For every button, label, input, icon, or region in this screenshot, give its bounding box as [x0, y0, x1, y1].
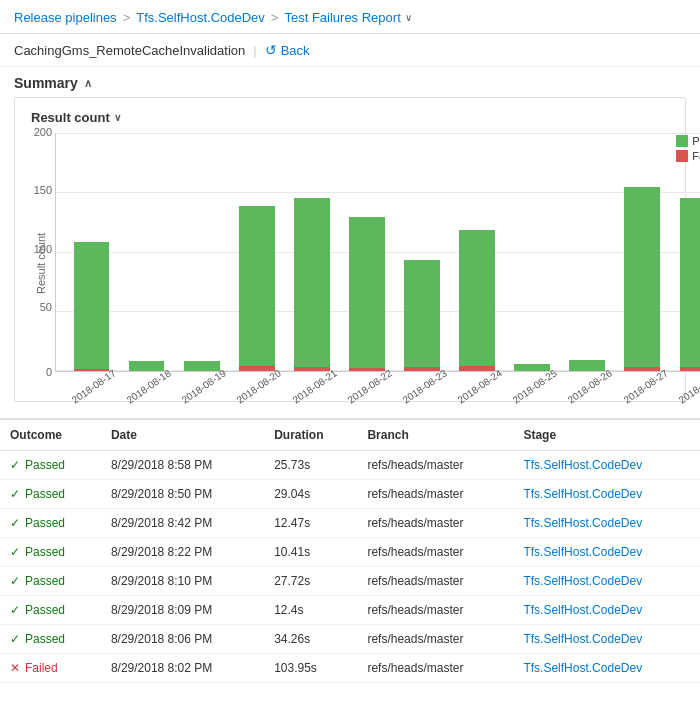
- bar-group-2018-08-24: [452, 133, 503, 371]
- bar-stack-2018-08-21: [294, 198, 330, 371]
- summary-label: Summary: [14, 75, 78, 91]
- y-axis-label: Result count: [31, 133, 51, 393]
- outcome-check-icon: ✓: [10, 574, 20, 588]
- cell-stage[interactable]: Tfs.SelfHost.CodeDev: [513, 480, 700, 509]
- chart-title[interactable]: Result count ∨: [31, 110, 669, 125]
- bar-passed-2018-08-25: [514, 364, 550, 371]
- bar-stack-2018-08-17: [74, 242, 110, 371]
- cell-outcome: ✓Passed: [0, 567, 101, 596]
- cell-duration: 12.4s: [264, 596, 357, 625]
- bar-group-2018-08-17: [66, 133, 117, 371]
- x-label-2018-08-28: 2018-08-28: [676, 367, 700, 405]
- bar-failed-2018-08-20: [239, 366, 275, 372]
- bar-passed-2018-08-21: [294, 198, 330, 366]
- table-row: ✓Passed8/29/2018 8:50 PM29.04srefs/heads…: [0, 480, 700, 509]
- bar-failed-2018-08-23: [404, 367, 440, 371]
- cell-outcome: ✓Passed: [0, 451, 101, 480]
- x-label-2018-08-24: 2018-08-24: [456, 367, 504, 405]
- cell-stage[interactable]: Tfs.SelfHost.CodeDev: [513, 567, 700, 596]
- breadcrumb-dropdown-icon[interactable]: ∨: [405, 12, 412, 23]
- cell-duration: 34.26s: [264, 625, 357, 654]
- table-row: ✓Passed8/29/2018 8:22 PM10.41srefs/heads…: [0, 538, 700, 567]
- outcome-label: Passed: [25, 458, 65, 472]
- bar-passed-2018-08-27: [624, 187, 660, 366]
- results-table: Outcome Date Duration Branch Stage ✓Pass…: [0, 420, 700, 683]
- outcome-label: Passed: [25, 545, 65, 559]
- x-label-2018-08-21: 2018-08-21: [290, 367, 338, 405]
- outcome-label: Passed: [25, 603, 65, 617]
- table-row: ✓Passed8/29/2018 8:06 PM34.26srefs/heads…: [0, 625, 700, 654]
- cell-date: 8/29/2018 8:22 PM: [101, 538, 264, 567]
- col-stage: Stage: [513, 420, 700, 451]
- x-labels: 2018-08-172018-08-182018-08-192018-08-20…: [55, 376, 700, 393]
- cell-date: 8/29/2018 8:09 PM: [101, 596, 264, 625]
- legend-failed-dot: [676, 150, 688, 162]
- sep2: >: [271, 10, 279, 25]
- cell-duration: 27.72s: [264, 567, 357, 596]
- cell-stage[interactable]: Tfs.SelfHost.CodeDev: [513, 654, 700, 683]
- chart-area: Result count 200 150 100 50 0: [31, 133, 669, 393]
- cell-duration: 12.47s: [264, 509, 357, 538]
- cell-branch: refs/heads/master: [357, 654, 513, 683]
- summary-title[interactable]: Summary ∧: [14, 75, 686, 91]
- chart-dropdown-icon[interactable]: ∨: [114, 112, 121, 123]
- test-name: CachingGms_RemoteCacheInvalidation: [14, 43, 245, 58]
- table-section: Outcome Date Duration Branch Stage ✓Pass…: [0, 418, 700, 683]
- bar-failed-2018-08-21: [294, 367, 330, 371]
- breadcrumb-releases[interactable]: Release pipelines: [14, 10, 117, 25]
- cell-duration: 10.41s: [264, 538, 357, 567]
- back-icon: ↺: [265, 42, 277, 58]
- chart-title-label: Result count: [31, 110, 110, 125]
- outcome-check-icon: ✓: [10, 545, 20, 559]
- cell-branch: refs/heads/master: [357, 480, 513, 509]
- table-body: ✓Passed8/29/2018 8:58 PM25.73srefs/heads…: [0, 451, 700, 683]
- bar-stack-2018-08-24: [459, 230, 495, 371]
- legend-failed-label: Failed: [692, 150, 700, 162]
- bar-passed-2018-08-26: [569, 360, 605, 371]
- bar-group-2018-08-18: [121, 133, 172, 371]
- cell-stage[interactable]: Tfs.SelfHost.CodeDev: [513, 451, 700, 480]
- bar-stack-2018-08-28: [680, 198, 700, 371]
- outcome-label: Passed: [25, 487, 65, 501]
- x-label-2018-08-17: 2018-08-17: [70, 367, 118, 405]
- cell-outcome: ✕Failed: [0, 654, 101, 683]
- col-date: Date: [101, 420, 264, 451]
- back-button[interactable]: ↺ Back: [265, 42, 310, 58]
- bar-passed-2018-08-17: [74, 242, 110, 369]
- cell-duration: 29.04s: [264, 480, 357, 509]
- outcome-label: Passed: [25, 574, 65, 588]
- x-label-2018-08-22: 2018-08-22: [345, 367, 393, 405]
- chart-legend: Passed Failed: [676, 135, 700, 162]
- breadcrumb-pipeline[interactable]: Tfs.SelfHost.CodeDev: [136, 10, 265, 25]
- chart-container: Result count ∨ Result count 200 150 100 …: [14, 97, 686, 402]
- cell-date: 8/29/2018 8:10 PM: [101, 567, 264, 596]
- cell-stage[interactable]: Tfs.SelfHost.CodeDev: [513, 596, 700, 625]
- table-row: ✓Passed8/29/2018 8:42 PM12.47srefs/heads…: [0, 509, 700, 538]
- bar-group-2018-08-28: [672, 133, 700, 371]
- breadcrumb-report[interactable]: Test Failures Report: [284, 10, 400, 25]
- subheader-divider: |: [253, 43, 256, 58]
- bar-stack-2018-08-22: [349, 217, 385, 371]
- bar-stack-2018-08-26: [569, 360, 605, 371]
- x-label-2018-08-23: 2018-08-23: [401, 367, 449, 405]
- bar-stack-2018-08-23: [404, 260, 440, 371]
- bar-group-2018-08-27: [617, 133, 668, 371]
- cell-branch: refs/heads/master: [357, 509, 513, 538]
- cell-outcome: ✓Passed: [0, 596, 101, 625]
- cell-stage[interactable]: Tfs.SelfHost.CodeDev: [513, 509, 700, 538]
- bar-stack-2018-08-19: [184, 361, 220, 371]
- table-row: ✓Passed8/29/2018 8:10 PM27.72srefs/heads…: [0, 567, 700, 596]
- bar-group-2018-08-25: [507, 133, 558, 371]
- bar-group-2018-08-19: [176, 133, 227, 371]
- bar-stack-2018-08-25: [514, 364, 550, 371]
- cell-outcome: ✓Passed: [0, 480, 101, 509]
- outcome-check-icon: ✓: [10, 487, 20, 501]
- cell-stage[interactable]: Tfs.SelfHost.CodeDev: [513, 625, 700, 654]
- bar-failed-2018-08-27: [624, 367, 660, 371]
- cell-date: 8/29/2018 8:06 PM: [101, 625, 264, 654]
- summary-section: Summary ∧ Result count ∨ Result count 20…: [0, 67, 700, 402]
- bar-failed-2018-08-17: [74, 369, 110, 371]
- cell-stage[interactable]: Tfs.SelfHost.CodeDev: [513, 538, 700, 567]
- summary-chevron-icon: ∧: [84, 77, 92, 90]
- bar-passed-2018-08-18: [129, 361, 165, 371]
